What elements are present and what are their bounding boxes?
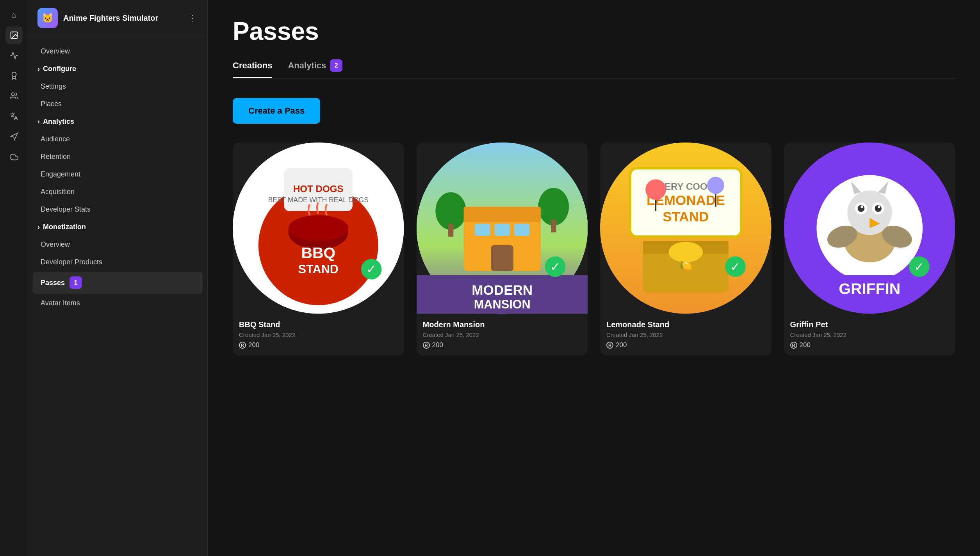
card-body-mansion: Modern Mansion Created Jan 25, 2022 R 20… [417, 314, 588, 355]
card-body-griffin: Griffin Pet Created Jan 25, 2022 R 200 [784, 314, 955, 355]
card-date-lemonade: Created Jan 25, 2022 [606, 331, 765, 338]
sidebar-section-monetization[interactable]: › Monetization [28, 218, 207, 236]
sidebar-navigation: Overview › Configure Settings Places › A… [28, 36, 207, 556]
sidebar: 🐱 Anime Fighters Simulator ⋮ Overview › … [28, 0, 208, 556]
chevron-right-icon: › [37, 65, 40, 73]
game-avatar: 🐱 [37, 8, 58, 28]
svg-text:HOT DOGS: HOT DOGS [293, 184, 344, 194]
passes-badge: 1 [69, 276, 82, 289]
svg-rect-24 [475, 224, 490, 236]
image-icon[interactable] [5, 27, 23, 44]
pass-card-griffin-pet[interactable]: GRIFFIN ✓ Griffin Pet Created Jan 25, 20… [784, 143, 955, 355]
card-thumbnail-bbq: HOT DOGS BEST MADE WITH REAL DOGS BBQ ST… [233, 143, 404, 314]
svg-rect-27 [491, 245, 513, 271]
svg-rect-19 [448, 224, 453, 237]
sidebar-item-avatar-items[interactable]: Avatar Items [28, 294, 207, 312]
chevron-right-icon-analytics: › [37, 118, 40, 126]
card-date-mansion: Created Jan 25, 2022 [423, 331, 582, 338]
sidebar-header: 🐱 Anime Fighters Simulator ⋮ [28, 0, 207, 36]
svg-text:✓: ✓ [914, 260, 924, 274]
sidebar-item-developer-stats[interactable]: Developer Stats [28, 201, 207, 218]
tabs: Creations Analytics 2 [233, 59, 955, 79]
card-body-lemonade: Lemonade Stand Created Jan 25, 2022 R 20… [600, 314, 772, 355]
svg-text:STAND: STAND [298, 262, 339, 276]
sidebar-section-analytics[interactable]: › Analytics [28, 113, 207, 130]
card-price-mansion: R 200 [423, 341, 582, 349]
home-icon[interactable]: ⌂ [5, 6, 23, 23]
svg-text:MANSION: MANSION [474, 298, 530, 311]
robux-icon-bbq: R [239, 342, 246, 349]
svg-point-45 [668, 242, 703, 262]
sidebar-item-places[interactable]: Places [28, 95, 207, 113]
passes-grid: HOT DOGS BEST MADE WITH REAL DOGS BBQ ST… [233, 143, 955, 355]
svg-text:STAND: STAND [663, 209, 709, 224]
robux-icon-lemonade: R [606, 342, 613, 349]
card-price-lemonade: R 200 [606, 341, 765, 349]
svg-text:✓: ✓ [550, 260, 560, 274]
svg-rect-21 [551, 219, 556, 232]
analytics-tab-badge: 2 [330, 59, 342, 72]
card-thumbnail-lemonade: VERY COOL LEMONADE STAND 🍋 ✓ [600, 143, 772, 314]
card-thumbnail-griffin: GRIFFIN ✓ [784, 143, 955, 314]
svg-point-1 [12, 33, 13, 34]
tab-analytics[interactable]: Analytics 2 [288, 59, 342, 79]
svg-text:GRIFFIN: GRIFFIN [839, 280, 900, 297]
sidebar-section-configure[interactable]: › Configure [28, 60, 207, 78]
sidebar-item-acquisition[interactable]: Acquisition [28, 183, 207, 201]
icon-rail: ⌂ [0, 0, 28, 556]
svg-text:VERY COOL: VERY COOL [658, 181, 713, 192]
svg-point-10 [289, 215, 348, 241]
svg-text:MODERN: MODERN [472, 282, 533, 298]
sidebar-item-settings[interactable]: Settings [28, 78, 207, 95]
pass-card-bbq-stand[interactable]: HOT DOGS BEST MADE WITH REAL DOGS BBQ ST… [233, 143, 404, 355]
sidebar-item-audience[interactable]: Audience [28, 130, 207, 148]
pass-card-lemonade-stand[interactable]: VERY COOL LEMONADE STAND 🍋 ✓ [600, 143, 772, 355]
chevron-right-icon-monetization: › [37, 223, 40, 231]
svg-point-3 [11, 93, 14, 96]
card-thumbnail-mansion: MODERN MANSION ✓ [417, 143, 588, 314]
create-pass-button[interactable]: Create a Pass [233, 98, 320, 124]
sidebar-item-developer-products[interactable]: Developer Products [28, 253, 207, 271]
card-name-lemonade: Lemonade Stand [606, 320, 765, 329]
badge-icon[interactable] [5, 67, 23, 84]
robux-icon-mansion: R [423, 342, 430, 349]
card-name-griffin: Griffin Pet [790, 320, 949, 329]
svg-point-40 [707, 177, 724, 194]
sidebar-item-engagement[interactable]: Engagement [28, 166, 207, 183]
main-content: Passes Creations Analytics 2 Create a Pa… [208, 0, 980, 556]
svg-text:🍋: 🍋 [679, 259, 692, 272]
card-body-bbq: BBQ Stand Created Jan 25, 2022 R 200 [233, 314, 404, 355]
card-price-griffin: R 200 [790, 341, 949, 349]
pass-card-modern-mansion[interactable]: MODERN MANSION ✓ Modern Mansion Created … [417, 143, 588, 355]
svg-text:✓: ✓ [730, 260, 740, 274]
sidebar-item-retention[interactable]: Retention [28, 148, 207, 166]
svg-point-59 [878, 205, 880, 208]
cloud-icon[interactable] [5, 148, 23, 166]
more-options-button[interactable]: ⋮ [187, 12, 198, 24]
game-title: Anime Fighters Simulator [63, 13, 182, 23]
card-name-bbq: BBQ Stand [239, 320, 398, 329]
sidebar-item-passes[interactable]: Passes 1 [33, 272, 203, 294]
svg-point-58 [861, 205, 863, 208]
card-date-bbq: Created Jan 25, 2022 [239, 331, 398, 338]
tab-creations[interactable]: Creations [233, 61, 272, 78]
svg-rect-26 [514, 224, 529, 236]
sidebar-item-overview[interactable]: Overview [28, 43, 207, 60]
svg-point-2 [12, 72, 16, 77]
robux-icon-griffin: R [790, 342, 797, 349]
card-name-mansion: Modern Mansion [423, 320, 582, 329]
translate-icon[interactable] [5, 108, 23, 125]
svg-text:✓: ✓ [366, 262, 376, 276]
sidebar-item-monetization-overview[interactable]: Overview [28, 236, 207, 253]
card-date-griffin: Created Jan 25, 2022 [790, 331, 949, 338]
svg-rect-23 [463, 207, 540, 222]
people-icon[interactable] [5, 87, 23, 105]
svg-point-39 [645, 179, 666, 200]
chart-icon[interactable] [5, 47, 23, 64]
card-price-bbq: R 200 [239, 341, 398, 349]
page-title: Passes [233, 19, 955, 44]
svg-rect-25 [494, 224, 510, 236]
svg-text:BBQ: BBQ [301, 244, 335, 261]
megaphone-icon[interactable] [5, 128, 23, 145]
